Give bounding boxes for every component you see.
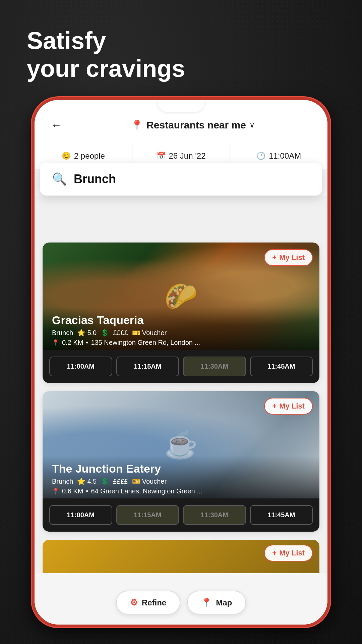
address-separator-1: • (86, 339, 88, 346)
clock-icon: 🕐 (256, 152, 265, 160)
time-slot-1-2[interactable]: 11:15AM (116, 357, 179, 376)
map-icon: 📍 (201, 597, 212, 608)
people-label: 2 people (74, 151, 105, 161)
plus-icon-3: + (272, 549, 277, 557)
refine-label: Refine (142, 598, 166, 607)
headline: Satisfy your cravings (27, 27, 185, 83)
my-list-button-3[interactable]: + My List (264, 545, 313, 561)
restaurant-image-partial: + My List (43, 540, 319, 573)
restaurant-name-1: Gracias Taqueria (52, 314, 310, 327)
restaurant-address-2: 📍 0.6 KM • 64 Green Lanes, Newington Gre… (52, 487, 310, 495)
restaurant-name-2: The Junction Eatery (52, 462, 310, 475)
address-pin-icon-2: 📍 (52, 488, 59, 495)
card-overlay-1: Gracias Taqueria Brunch ⭐ 5.0 💲 ££££ 🎫 V… (43, 307, 319, 350)
time-slot-2-2[interactable]: 11:15AM (116, 505, 179, 525)
voucher-icon-1: 🎫 Voucher (132, 329, 167, 337)
my-list-label-2: My List (279, 402, 305, 411)
dollar-icon-1: 💲 (101, 329, 109, 337)
chevron-down-icon: ∨ (249, 121, 255, 129)
my-list-button-1[interactable]: + My List (264, 249, 313, 266)
category-2: Brunch (52, 478, 73, 485)
time-slot-2-1[interactable]: 11:00AM (49, 505, 112, 525)
restaurant-meta-1: Brunch ⭐ 5.0 💲 ££££ 🎫 Voucher (52, 329, 310, 337)
time-slots-2: 11:00AM 11:15AM 11:30AM 11:45AM (43, 498, 319, 532)
voucher-icon-2: 🎫 Voucher (132, 477, 167, 485)
star-icon-1: ⭐ 5.0 (77, 329, 97, 337)
time-label: 11:00AM (269, 151, 301, 161)
restaurant-meta-2: Brunch ⭐ 4.5 💲 ££££ 🎫 Voucher (52, 477, 310, 485)
time-slot-1-1[interactable]: 11:00AM (49, 357, 112, 376)
location-selector[interactable]: 📍 Restaurants near me ∨ (71, 119, 314, 131)
price-2: ££££ (113, 478, 128, 485)
dollar-icon-2: 💲 (101, 477, 109, 485)
address-text-2: 64 Green Lanes, Newington Green ... (91, 487, 202, 495)
restaurant-address-1: 📍 0.2 KM • 135 Newington Green Rd, Londo… (52, 339, 310, 346)
my-list-button-2[interactable]: + My List (264, 398, 313, 415)
headline-line2: your cravings (27, 55, 185, 83)
map-label: Map (216, 598, 232, 607)
restaurant-card-1: + My List Gracias Taqueria Brunch ⭐ 5.0 … (43, 243, 319, 383)
restaurant-card-3-partial: + My List (43, 540, 319, 573)
address-separator-2: • (86, 487, 88, 495)
my-list-label-1: My List (279, 253, 305, 262)
bottom-navigation: ⚙ Refine 📍 Map (35, 591, 327, 614)
distance-2: 0.6 KM (62, 487, 83, 495)
location-text: Restaurants near me (146, 119, 246, 131)
time-slots-1: 11:00AM 11:15AM 11:30AM 11:45AM (43, 350, 319, 383)
map-button[interactable]: 📍 Map (187, 591, 246, 614)
address-text-1: 135 Newington Green Rd, London ... (91, 339, 200, 346)
calendar-icon: 📅 (157, 152, 166, 160)
phone-frame: ← 📍 Restaurants near me ∨ 😊 2 people 📅 2… (32, 97, 330, 627)
restaurant-card-2: + My List The Junction Eatery Brunch ⭐ 4… (43, 391, 319, 532)
time-slot-2-3[interactable]: 11:30AM (183, 505, 246, 525)
price-1: ££££ (113, 329, 128, 337)
search-bar[interactable]: 🔍 Brunch (40, 163, 322, 196)
distance-1: 0.2 KM (62, 339, 83, 346)
time-slot-1-3[interactable]: 11:30AM (183, 357, 246, 376)
restaurant-list: + My List Gracias Taqueria Brunch ⭐ 5.0 … (35, 196, 327, 573)
back-button[interactable]: ← (48, 117, 65, 133)
star-icon-2: ⭐ 4.5 (77, 477, 97, 485)
refine-icon: ⚙ (130, 597, 138, 608)
phone-inner: ← 📍 Restaurants near me ∨ 😊 2 people 📅 2… (35, 100, 327, 625)
search-input[interactable]: Brunch (74, 172, 116, 186)
time-slot-1-4[interactable]: 11:45AM (250, 357, 313, 376)
refine-button[interactable]: ⚙ Refine (116, 591, 180, 614)
my-list-label-3: My List (279, 549, 305, 557)
card-overlay-2: The Junction Eatery Brunch ⭐ 4.5 💲 ££££ … (43, 455, 319, 498)
date-label: 26 Jun '22 (169, 151, 206, 161)
headline-line1: Satisfy (27, 27, 185, 55)
card-image-2: + My List The Junction Eatery Brunch ⭐ 4… (43, 391, 319, 498)
back-arrow-icon: ← (51, 119, 62, 131)
card-image-1: + My List Gracias Taqueria Brunch ⭐ 5.0 … (43, 243, 319, 350)
people-icon: 😊 (62, 152, 71, 160)
plus-icon-1: + (272, 253, 277, 262)
address-pin-icon-1: 📍 (52, 339, 59, 346)
time-slot-2-4[interactable]: 11:45AM (250, 505, 313, 525)
location-pin-icon: 📍 (131, 119, 143, 131)
search-icon: 🔍 (52, 172, 67, 186)
app-header: ← 📍 Restaurants near me ∨ (35, 100, 327, 143)
plus-icon-2: + (272, 402, 277, 411)
category-1: Brunch (52, 329, 73, 337)
